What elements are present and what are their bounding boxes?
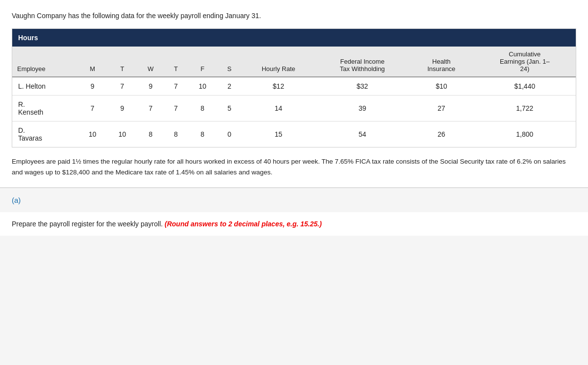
employee-line1: R.: [18, 100, 25, 108]
col-F: F: [188, 47, 218, 77]
hours-W: 9: [137, 77, 164, 96]
col-S: S: [218, 47, 242, 77]
col-T1: T: [107, 47, 137, 77]
col-health-line2: Insurance: [427, 65, 455, 73]
hours-header-row: Hours: [12, 29, 576, 47]
instruction-highlight: (Round answers to 2 decimal places, e.g.…: [165, 220, 322, 228]
col-cumulative-line2: Earnings (Jan. 1–: [500, 58, 550, 65]
col-federal-income: Federal Income Tax Withholding: [316, 47, 409, 77]
col-cumulative-line3: 24): [520, 65, 529, 73]
table-row: D. Tavaras 10 10 8 8 8 0 15 54 26 1,800: [12, 122, 576, 147]
hours-S: 0: [218, 122, 242, 147]
hours-W: 7: [137, 96, 164, 122]
intro-text: Vaughn Company has the following data fo…: [12, 12, 576, 20]
cumulative-earnings: 1,722: [474, 96, 576, 122]
col-federal-line2: Tax Withholding: [340, 65, 385, 73]
col-hourly-rate-label: Hourly Rate: [262, 65, 295, 73]
hours-T1: 10: [107, 122, 137, 147]
hours-F: 8: [188, 96, 218, 122]
hours-W: 8: [137, 122, 164, 147]
part-a-section: (a): [0, 188, 588, 212]
hourly-rate: $12: [242, 77, 316, 96]
instruction-section: Prepare the payroll register for the wee…: [0, 212, 588, 236]
col-health-insurance: Health Insurance: [409, 47, 474, 77]
hours-S: 5: [218, 96, 242, 122]
federal-income: 54: [316, 122, 409, 147]
payroll-table: Hours Employee M T W T F S Hourly Rate: [12, 29, 576, 147]
health-insurance: $10: [409, 77, 474, 96]
hours-group-header: Hours: [12, 29, 242, 47]
hours-S: 2: [218, 77, 242, 96]
hours-T2: 8: [164, 122, 188, 147]
hours-T1: 7: [107, 77, 137, 96]
col-hourly-rate: Hourly Rate: [242, 47, 316, 77]
federal-income: 39: [316, 96, 409, 122]
empty-header-cols: [242, 29, 576, 47]
col-M: M: [77, 47, 107, 77]
col-T2: T: [164, 47, 188, 77]
col-cumulative-line1: Cumulative: [509, 50, 540, 58]
employee-line2: Tavaras: [18, 134, 42, 142]
health-insurance: 27: [409, 96, 474, 122]
hourly-rate: 15: [242, 122, 316, 147]
footnote-text: Employees are paid 1½ times the regular …: [12, 156, 576, 177]
employee-line2: Kenseth: [18, 108, 43, 116]
employee-name: L. Helton: [12, 77, 77, 96]
table-row: L. Helton 9 7 9 7 10 2 $12 $32 $10 $1,44…: [12, 77, 576, 96]
col-W: W: [137, 47, 164, 77]
employee-name: D. Tavaras: [12, 122, 77, 147]
federal-income: $32: [316, 77, 409, 96]
hours-F: 10: [188, 77, 218, 96]
hours-F: 8: [188, 122, 218, 147]
hours-T1: 9: [107, 96, 137, 122]
hours-T2: 7: [164, 96, 188, 122]
hours-T2: 7: [164, 77, 188, 96]
table-row: R. Kenseth 7 9 7 7 8 5 14 39 27 1,722: [12, 96, 576, 122]
page-wrapper: Vaughn Company has the following data fo…: [0, 0, 588, 236]
hours-M: 9: [77, 77, 107, 96]
instruction-text: Prepare the payroll register for the wee…: [12, 220, 576, 228]
cumulative-earnings: 1,800: [474, 122, 576, 147]
table-container: Hours Employee M T W T F S Hourly Rate: [12, 28, 576, 147]
part-a-label: (a): [12, 196, 576, 204]
col-health-line1: Health: [432, 58, 451, 65]
column-header-row: Employee M T W T F S Hourly Rate Federal…: [12, 47, 576, 77]
col-employee: Employee: [12, 47, 77, 77]
col-cumulative: Cumulative Earnings (Jan. 1– 24): [474, 47, 576, 77]
employee-line1: D.: [18, 126, 25, 134]
employee-name: R. Kenseth: [12, 96, 77, 122]
hours-M: 7: [77, 96, 107, 122]
cumulative-earnings: $1,440: [474, 77, 576, 96]
health-insurance: 26: [409, 122, 474, 147]
top-section: Vaughn Company has the following data fo…: [0, 0, 588, 188]
hourly-rate: 14: [242, 96, 316, 122]
hours-M: 10: [77, 122, 107, 147]
instruction-before: Prepare the payroll register for the wee…: [12, 220, 163, 228]
col-federal-line1: Federal Income: [340, 58, 384, 65]
